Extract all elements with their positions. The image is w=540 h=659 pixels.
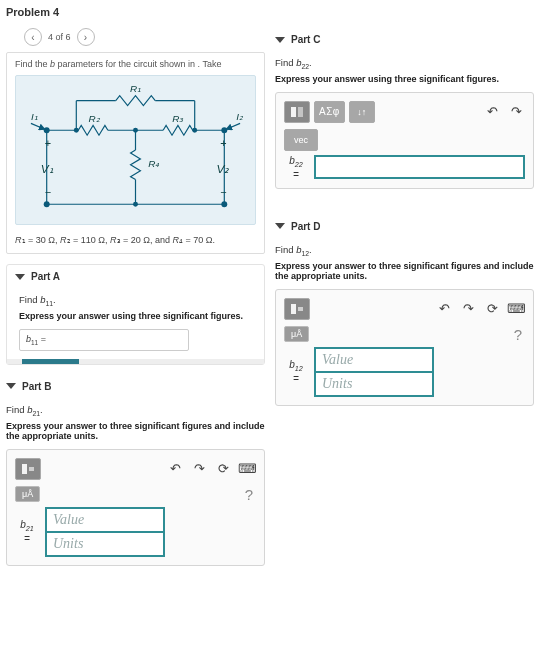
problem-title: Problem 4 [6, 6, 534, 18]
part-a-find: Find b11. [19, 294, 252, 307]
svg-text:−: − [45, 186, 51, 198]
part-d-lhs: b12= [284, 359, 308, 384]
svg-point-15 [74, 128, 79, 133]
part-a-title: Part A [31, 271, 60, 282]
part-d-find: Find b12. [275, 244, 534, 257]
part-d: Part D Find b12. Express your answer to … [275, 215, 534, 418]
part-d-value-input[interactable]: Value [314, 347, 434, 373]
template-button[interactable] [284, 298, 310, 320]
keyboard-icon[interactable]: ⌨ [238, 461, 256, 477]
svg-rect-29 [291, 107, 296, 117]
svg-text:+: + [45, 137, 51, 149]
part-a-answer-box[interactable]: b11 = [19, 329, 189, 351]
part-b-title: Part B [22, 381, 51, 392]
svg-point-17 [133, 128, 138, 133]
label-i2: I₂ [236, 111, 244, 122]
svg-rect-32 [298, 307, 303, 311]
part-d-units-input[interactable]: Units [314, 371, 434, 397]
svg-line-21 [31, 123, 45, 129]
part-d-header[interactable]: Part D [275, 215, 534, 238]
svg-rect-27 [22, 464, 27, 474]
unit-chip[interactable]: μÅ [15, 486, 40, 502]
undo-icon[interactable]: ↶ [483, 104, 501, 120]
part-a-input[interactable] [49, 335, 182, 345]
prev-button[interactable]: ‹ [24, 28, 42, 46]
caret-icon [275, 223, 285, 229]
part-a: Part A Find b11. Express your answer usi… [6, 264, 265, 365]
svg-rect-28 [29, 467, 34, 471]
part-d-panel: ↶ ↷ ⟳ ⌨ μÅ ? b12= Value Unit [275, 289, 534, 406]
part-b-value-input[interactable]: Value [45, 507, 165, 533]
intro-panel: Find the b parameters for the circuit sh… [6, 52, 265, 254]
given-values: R₁ = 30 Ω, R₂ = 110 Ω, R₃ = 20 Ω, and R₄… [15, 235, 256, 245]
part-a-progress [7, 359, 264, 364]
template-button[interactable] [15, 458, 41, 480]
part-b-header[interactable]: Part B [6, 375, 265, 398]
pager: ‹ 4 of 6 › [24, 28, 265, 46]
svg-text:−: − [220, 186, 226, 198]
redo-icon[interactable]: ↷ [190, 461, 208, 477]
part-c-title: Part C [291, 34, 320, 45]
pager-text: 4 of 6 [48, 32, 71, 42]
undo-icon[interactable]: ↶ [166, 461, 184, 477]
part-c-panel: ΑΣφ ↓↑ ↶ ↷ vec b22= [275, 92, 534, 189]
caret-icon [15, 274, 25, 280]
svg-point-18 [133, 202, 138, 207]
label-r1: R₁ [130, 83, 141, 94]
label-r4: R₄ [148, 158, 159, 169]
label-v1: V₁ [41, 162, 54, 176]
label-v2: V₂ [216, 162, 230, 176]
part-c-header[interactable]: Part C [275, 28, 534, 51]
label-i1: I₁ [31, 111, 38, 122]
label-r3: R₃ [172, 113, 184, 124]
svg-point-16 [192, 128, 197, 133]
part-c-input[interactable] [314, 155, 525, 179]
svg-point-20 [221, 201, 227, 207]
svg-line-22 [226, 123, 240, 129]
part-b-units-input[interactable]: Units [45, 531, 165, 557]
part-b: Part B Find b21. Express your answer to … [6, 375, 265, 578]
part-b-panel: ↶ ↷ ⟳ ⌨ μÅ ? b21= Value Unit [6, 449, 265, 566]
part-c-lhs: b22= [284, 155, 308, 180]
intro-text: Find the b parameters for the circuit sh… [15, 59, 256, 69]
part-d-instr: Express your answer to three significant… [275, 261, 534, 281]
reset-icon[interactable]: ⟳ [483, 301, 501, 317]
unit-chip[interactable]: μÅ [284, 326, 309, 342]
redo-icon[interactable]: ↷ [459, 301, 477, 317]
label-r2: R₂ [88, 113, 100, 124]
part-b-find: Find b21. [6, 404, 265, 417]
caret-icon [275, 37, 285, 43]
svg-rect-31 [291, 304, 296, 314]
sigma-button[interactable]: ΑΣφ [314, 101, 345, 123]
part-a-header[interactable]: Part A [7, 265, 264, 288]
part-c: Part C Find b22. Express your answer usi… [275, 28, 534, 201]
undo-icon[interactable]: ↶ [435, 301, 453, 317]
svg-point-14 [221, 127, 227, 133]
arrows-button[interactable]: ↓↑ [349, 101, 375, 123]
vec-button[interactable]: vec [284, 129, 318, 151]
reset-icon[interactable]: ⟳ [214, 461, 232, 477]
svg-point-19 [44, 201, 50, 207]
next-button[interactable]: › [77, 28, 95, 46]
part-a-lhs: b11 = [26, 334, 46, 346]
caret-icon [6, 383, 16, 389]
template-button[interactable] [284, 101, 310, 123]
help-icon[interactable]: ? [511, 326, 525, 343]
part-b-lhs: b21= [15, 519, 39, 544]
part-c-find: Find b22. [275, 57, 534, 70]
keyboard-icon[interactable]: ⌨ [507, 301, 525, 317]
redo-icon[interactable]: ↷ [507, 104, 525, 120]
part-d-title: Part D [291, 221, 320, 232]
svg-text:+: + [220, 137, 226, 149]
svg-point-13 [44, 127, 50, 133]
svg-rect-30 [298, 107, 303, 117]
part-a-instr: Express your answer using three signific… [19, 311, 252, 321]
part-c-instr: Express your answer using three signific… [275, 74, 534, 84]
help-icon[interactable]: ? [242, 486, 256, 503]
circuit-diagram: R₁ R₂ R₃ R₄ [15, 75, 256, 225]
part-b-instr: Express your answer to three significant… [6, 421, 265, 441]
